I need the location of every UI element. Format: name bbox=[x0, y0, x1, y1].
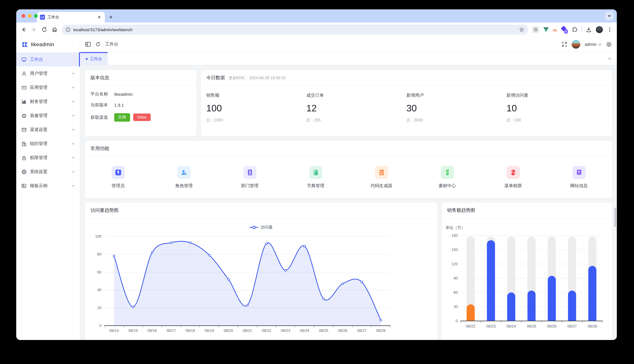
svg-text:90: 90 bbox=[454, 276, 458, 280]
fullscreen-icon[interactable] bbox=[562, 42, 567, 47]
user-icon bbox=[21, 71, 27, 76]
site-info-icon[interactable] bbox=[66, 27, 70, 32]
sq-extension-icon[interactable]: SQ bbox=[553, 27, 556, 32]
refresh-page-icon[interactable] bbox=[95, 42, 101, 47]
svg-text:20: 20 bbox=[97, 306, 102, 310]
svg-text:80: 80 bbox=[97, 252, 102, 256]
app-card-icon bbox=[21, 85, 27, 90]
breadcrumb: 工作台 bbox=[105, 42, 118, 47]
quick-item-角色管理[interactable]: 角色管理 bbox=[151, 166, 217, 188]
sidebar-item-label: 工作台 bbox=[30, 56, 75, 62]
page-tab-workbench[interactable]: 工作台 bbox=[80, 52, 108, 65]
sidebar-item-权限管理[interactable]: 权限管理 bbox=[16, 151, 80, 165]
svg-text:08/17: 08/17 bbox=[166, 328, 176, 333]
sidebar-item-label: 应用管理 bbox=[30, 85, 68, 90]
today-card-title: 今日数据 bbox=[206, 75, 225, 81]
sidebar-item-label: 渠道设置 bbox=[30, 127, 68, 132]
quick-item-菜单权限[interactable]: 菜单权限 bbox=[480, 166, 546, 188]
chevron-down-icon bbox=[72, 128, 75, 131]
address-bar[interactable]: localhost:5173/admin/workbench bbox=[62, 25, 528, 34]
downloads-icon[interactable] bbox=[586, 26, 592, 33]
browser-menu-kebab-icon[interactable] bbox=[607, 27, 612, 32]
sidebar-item-装修管理[interactable]: 装修管理 bbox=[16, 108, 80, 122]
svg-text:0: 0 bbox=[456, 319, 458, 323]
sidebar-item-渠道设置[interactable]: 渠道设置 bbox=[16, 122, 80, 136]
quick-item-label: 角色管理 bbox=[175, 183, 193, 188]
stat-新增访问量: 新增访问量10总：100 bbox=[506, 93, 607, 123]
channel-button-Gitee[interactable]: Gitee bbox=[133, 114, 151, 121]
unit-label: 单位（万） bbox=[446, 225, 612, 230]
browser-tab[interactable]: LA 工作台 ✕ bbox=[37, 12, 105, 22]
version-info-card: 版本信息 平台名称 likeadmin 当前版本 1.9.1 bbox=[85, 70, 196, 136]
extensions-puzzle-icon[interactable] bbox=[572, 26, 578, 33]
settings-gear-icon[interactable] bbox=[606, 41, 612, 47]
pinia-extension-icon[interactable]: 5 bbox=[560, 26, 568, 33]
chevron-down-icon bbox=[72, 184, 75, 188]
sidebar-item-工作台[interactable]: 工作台 bbox=[16, 52, 80, 66]
chevron-down-icon bbox=[72, 114, 75, 117]
react-devtools-icon[interactable] bbox=[532, 26, 539, 33]
quick-item-label: 管理员 bbox=[112, 183, 125, 188]
sales-chart-svg: 030609012015018008/2208/2308/2408/2508/2… bbox=[447, 233, 608, 332]
svg-text:08/22: 08/22 bbox=[262, 328, 271, 333]
user-avatar[interactable] bbox=[572, 40, 580, 49]
material-icon bbox=[441, 166, 454, 179]
workbench-content: 版本信息 平台名称 likeadmin 当前版本 1.9.1 bbox=[80, 65, 617, 340]
legend-label: 访问量 bbox=[260, 224, 273, 230]
logo[interactable]: likeadmin bbox=[16, 37, 80, 52]
svg-text:100: 100 bbox=[95, 234, 102, 238]
sidebar-item-财务管理[interactable]: 财务管理 bbox=[16, 94, 80, 108]
reload-icon[interactable] bbox=[41, 26, 48, 33]
sidebar-item-label: 装修管理 bbox=[30, 113, 68, 118]
tabs-dropdown-chevron-icon[interactable] bbox=[608, 52, 617, 65]
chart-legend[interactable]: 访问量 bbox=[85, 224, 437, 230]
quick-item-部门管理[interactable]: 部门管理 bbox=[217, 166, 283, 188]
svg-text:08/26: 08/26 bbox=[547, 324, 556, 328]
extensions-row: SQ 5 bbox=[532, 26, 612, 33]
current-version-row: 当前版本 1.9.1 bbox=[90, 102, 191, 108]
tab-search-chevron-icon[interactable] bbox=[605, 12, 614, 20]
back-icon[interactable] bbox=[20, 26, 27, 33]
quick-item-网站信息[interactable]: 网站信息 bbox=[546, 166, 612, 188]
vue-devtools-icon[interactable] bbox=[543, 27, 549, 32]
minimize-window-button[interactable] bbox=[28, 14, 32, 18]
svg-text:150: 150 bbox=[452, 248, 458, 252]
admin-badge-icon bbox=[112, 166, 125, 179]
quick-item-代码生成器[interactable]: 代码生成器 bbox=[348, 166, 414, 188]
channel-button-官网[interactable]: 官网 bbox=[114, 113, 130, 122]
browser-profile-avatar[interactable] bbox=[596, 26, 603, 33]
chevron-down-icon bbox=[72, 72, 75, 75]
chevron-down-icon bbox=[72, 170, 75, 174]
svg-text:08/25: 08/25 bbox=[319, 328, 328, 333]
channel-row: 获取渠道 官网Gitee bbox=[90, 113, 191, 122]
sidebar-item-组织管理[interactable]: 组织管理 bbox=[16, 136, 80, 151]
role-icon bbox=[178, 166, 190, 179]
stat-销售额: 销售额100总：1000 bbox=[206, 93, 306, 123]
new-tab-button[interactable]: + bbox=[109, 14, 113, 20]
sidebar-item-label: 系统设置 bbox=[30, 169, 68, 174]
quick-item-label: 菜单权限 bbox=[504, 183, 522, 188]
forward-icon[interactable] bbox=[31, 26, 37, 33]
content-scrollbar-thumb[interactable] bbox=[614, 208, 616, 227]
admin-app: likeadmin 工作台用户管理应用管理财务管理装修管理渠道设置组织管理权限管… bbox=[16, 37, 617, 340]
username: admin bbox=[585, 42, 596, 47]
quick-item-管理员[interactable]: 管理员 bbox=[85, 166, 151, 188]
quick-item-字典管理[interactable]: 字典管理 bbox=[283, 166, 348, 188]
browser-window: LA 工作台 ✕ + localhost:5173/admin/workbenc… bbox=[16, 9, 617, 340]
sidebar-item-用户管理[interactable]: 用户管理 bbox=[16, 66, 80, 80]
tab-title: 工作台 bbox=[48, 14, 94, 20]
sidebar-item-系统设置[interactable]: 系统设置 bbox=[16, 165, 80, 179]
user-menu[interactable]: admin bbox=[585, 42, 602, 47]
quick-item-素材中心[interactable]: 素材中心 bbox=[414, 166, 480, 188]
close-window-button[interactable] bbox=[22, 14, 25, 18]
home-icon[interactable] bbox=[52, 26, 58, 33]
zoom-window-button[interactable] bbox=[34, 14, 38, 18]
collapse-sidebar-icon[interactable] bbox=[85, 42, 91, 47]
version-card-title: 版本信息 bbox=[90, 75, 109, 81]
menu-auth-icon bbox=[506, 166, 520, 179]
tab-close-icon[interactable]: ✕ bbox=[97, 14, 102, 20]
bookmark-star-icon[interactable] bbox=[519, 27, 524, 32]
sidebar-item-应用管理[interactable]: 应用管理 bbox=[16, 80, 80, 94]
sidebar-item-模板示例[interactable]: 模板示例 bbox=[16, 179, 80, 193]
code-gen-icon bbox=[375, 166, 388, 179]
